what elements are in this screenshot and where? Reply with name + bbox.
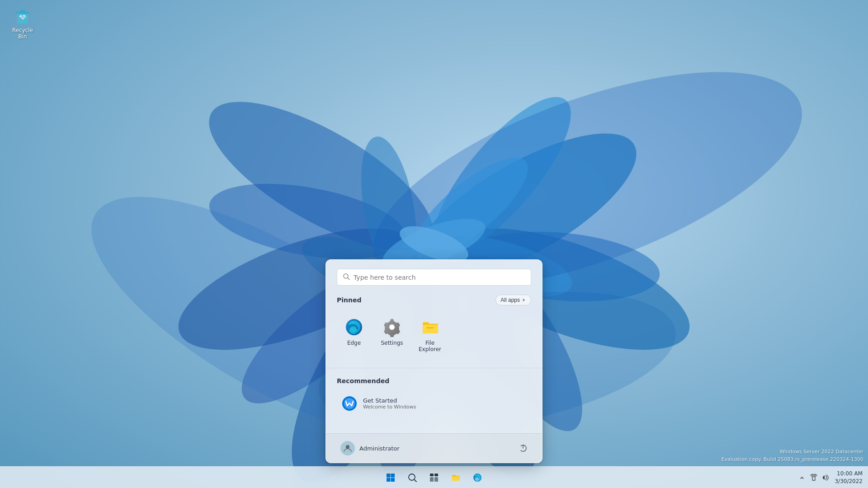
- network-icon: [810, 474, 817, 481]
- start-button[interactable]: [381, 468, 401, 488]
- settings-app-icon: [382, 317, 402, 337]
- taskbar-task-view-button[interactable]: [424, 468, 444, 488]
- tray-chevron-icon: [799, 475, 805, 480]
- svg-rect-44: [434, 474, 438, 476]
- taskbar: 10:00 AM 3/30/2022: [0, 466, 868, 488]
- svg-rect-38: [391, 474, 395, 478]
- pinned-title: Pinned: [337, 296, 362, 304]
- user-avatar-icon: [340, 441, 355, 455]
- user-name: Administrator: [359, 445, 400, 452]
- search-input[interactable]: [354, 274, 525, 281]
- pinned-app-edge[interactable]: Edge: [337, 313, 371, 357]
- clock[interactable]: 10:00 AM 3/30/2022: [835, 470, 863, 485]
- svg-rect-24: [17, 13, 28, 23]
- watermark-line2: Evaluation copy. Build 25083.rs_prerelea…: [722, 456, 863, 464]
- recycle-bin-icon[interactable]: Recycle Bin: [5, 5, 41, 43]
- taskbar-search-icon: [407, 473, 417, 483]
- start-menu-content: Pinned All apps: [326, 260, 542, 433]
- watermark: Windows Server 2022 Datacenter Evaluatio…: [722, 448, 863, 463]
- clock-time: 10:00 AM: [835, 470, 863, 478]
- pinned-apps-grid: Edge: [337, 313, 531, 357]
- taskbar-search-button[interactable]: [402, 468, 422, 488]
- desktop-icons: Recycle Bin: [5, 5, 41, 43]
- all-apps-button[interactable]: All apps: [495, 295, 531, 305]
- svg-line-28: [348, 278, 349, 280]
- recycle-bin-image: [14, 7, 32, 25]
- edge-app-icon: [344, 317, 364, 337]
- recommended-item-get-started[interactable]: Get Started Welcome to Windows: [337, 392, 531, 415]
- svg-line-42: [414, 479, 416, 482]
- taskbar-center: [381, 468, 487, 488]
- svg-rect-45: [430, 477, 434, 482]
- svg-point-34: [346, 445, 349, 449]
- svg-rect-46: [434, 477, 438, 482]
- svg-rect-47: [812, 477, 815, 480]
- svg-rect-43: [430, 474, 434, 476]
- edge-app-label: Edge: [347, 340, 361, 346]
- recommended-apps-list: Get Started Welcome to Windows: [337, 392, 531, 415]
- tray-chevron-button[interactable]: [797, 472, 807, 483]
- search-bar[interactable]: [337, 269, 531, 286]
- svg-rect-26: [20, 10, 25, 12]
- tray-network-button[interactable]: [808, 472, 819, 483]
- tray-volume-button[interactable]: [820, 472, 831, 483]
- all-apps-chevron-icon: [522, 298, 526, 302]
- recycle-bin-label: Recycle Bin: [7, 27, 38, 40]
- taskbar-file-explorer-button[interactable]: [446, 468, 466, 488]
- file-explorer-app-label: File Explorer: [415, 340, 444, 352]
- get-started-icon: [341, 395, 358, 412]
- volume-icon: [822, 474, 829, 481]
- search-icon: [343, 273, 350, 282]
- pinned-section-header: Pinned All apps: [337, 295, 531, 305]
- tray-icons: [797, 472, 831, 483]
- windows-logo-icon: [386, 473, 395, 482]
- watermark-line1: Windows Server 2022 Datacenter: [722, 448, 863, 456]
- file-explorer-app-icon: [420, 317, 440, 337]
- taskbar-edge-icon: [472, 473, 482, 483]
- recommended-section-header: Recommended: [337, 377, 531, 385]
- taskbar-edge-button[interactable]: [467, 468, 487, 488]
- get-started-subtitle: Welcome to Windows: [363, 404, 416, 410]
- svg-point-30: [389, 324, 395, 330]
- pinned-app-settings[interactable]: Settings: [375, 313, 409, 357]
- svg-rect-37: [387, 474, 391, 478]
- section-divider: [326, 368, 542, 368]
- get-started-text: Get Started Welcome to Windows: [363, 397, 416, 410]
- all-apps-label: All apps: [500, 297, 520, 303]
- user-info[interactable]: Administrator: [337, 439, 403, 457]
- system-tray: 10:00 AM 3/30/2022: [797, 470, 863, 485]
- get-started-title: Get Started: [363, 397, 416, 404]
- recommended-title: Recommended: [337, 377, 389, 385]
- svg-point-29: [349, 328, 357, 332]
- taskbar-task-view-icon: [429, 473, 439, 483]
- settings-app-label: Settings: [381, 340, 403, 346]
- start-menu: Pinned All apps: [326, 259, 542, 463]
- pinned-app-file-explorer[interactable]: File Explorer: [413, 313, 447, 357]
- start-menu-footer: Administrator: [326, 433, 542, 463]
- taskbar-file-explorer-icon: [451, 473, 461, 483]
- power-button[interactable]: [515, 440, 531, 456]
- svg-rect-39: [387, 478, 391, 482]
- clock-date: 3/30/2022: [835, 478, 863, 485]
- power-icon: [519, 444, 528, 453]
- svg-rect-25: [16, 12, 29, 14]
- svg-rect-40: [391, 478, 395, 482]
- svg-rect-31: [426, 327, 434, 328]
